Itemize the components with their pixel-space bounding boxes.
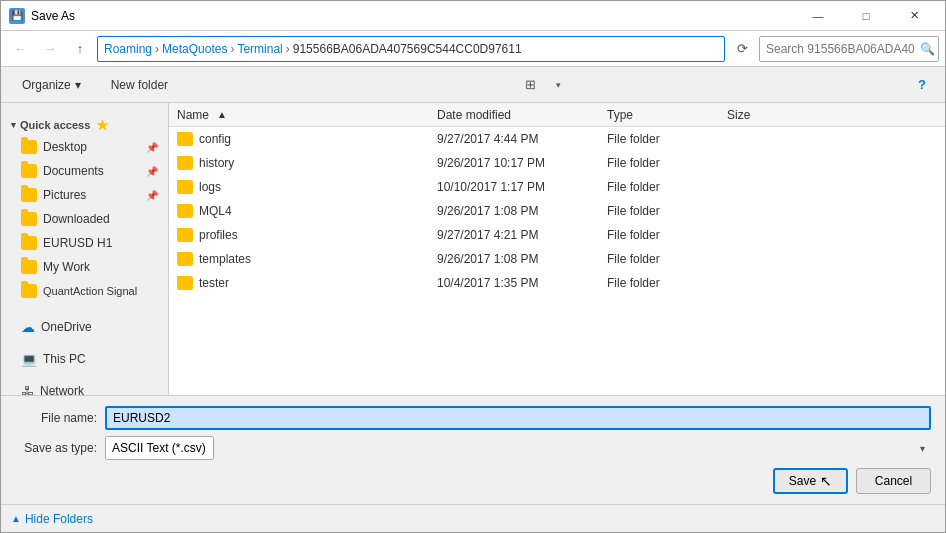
quick-access-chevron: ▾ (11, 120, 16, 130)
sidebar-label-documents: Documents (43, 164, 104, 178)
address-bar: ← → ↑ Roaming › MetaQuotes › Terminal › … (1, 31, 945, 67)
breadcrumb-metaquotes[interactable]: MetaQuotes (162, 42, 227, 56)
sort-indicator: ▲ (217, 109, 227, 120)
file-date-config: 9/27/2017 4:44 PM (429, 132, 599, 146)
organize-button[interactable]: Organize ▾ (11, 72, 92, 98)
sidebar-label-thispc: This PC (43, 352, 86, 366)
search-icon: 🔍 (920, 42, 935, 56)
file-date-mql4: 9/26/2017 1:08 PM (429, 204, 599, 218)
table-row[interactable]: history 9/26/2017 10:17 PM File folder (169, 151, 945, 175)
file-name-profiles: profiles (169, 228, 429, 242)
mywork-icon (21, 260, 37, 274)
cancel-button[interactable]: Cancel (856, 468, 931, 494)
maximize-button[interactable]: □ (843, 1, 889, 31)
sidebar-item-network[interactable]: 🖧 Network (1, 379, 168, 395)
help-button[interactable]: ? (909, 72, 935, 98)
breadcrumb-terminal[interactable]: Terminal (237, 42, 282, 56)
pictures-icon (21, 188, 37, 202)
hide-folders-label: Hide Folders (25, 512, 93, 526)
file-type-tester: File folder (599, 276, 719, 290)
window-title: Save As (31, 9, 795, 23)
search-input[interactable] (759, 36, 939, 62)
view-arrow-button[interactable]: ▾ (545, 72, 571, 98)
folder-icon (177, 180, 193, 194)
file-date-history: 9/26/2017 10:17 PM (429, 156, 599, 170)
cursor-icon: ↖ (820, 473, 832, 489)
file-date-templates: 9/26/2017 1:08 PM (429, 252, 599, 266)
sidebar-item-quantaction[interactable]: QuantAction Signal (1, 279, 168, 303)
filename-row: File name: (15, 406, 931, 430)
sidebar-item-eurusd[interactable]: EURUSD H1 (1, 231, 168, 255)
sidebar-item-mywork[interactable]: My Work (1, 255, 168, 279)
col-header-date[interactable]: Date modified (429, 108, 599, 122)
col-header-name[interactable]: Name ▲ (169, 108, 429, 122)
sidebar-item-documents[interactable]: Documents 📌 (1, 159, 168, 183)
toolbar: Organize ▾ New folder ⊞ ▾ ? (1, 67, 945, 103)
saveas-select[interactable]: ASCII Text (*.csv) (105, 436, 214, 460)
table-row[interactable]: templates 9/26/2017 1:08 PM File folder (169, 247, 945, 271)
quick-access-header: ▾ Quick access ★ (1, 111, 168, 135)
bottom-section: File name: Save as type: ASCII Text (*.c… (1, 395, 945, 504)
desktop-icon (21, 140, 37, 154)
up-button[interactable]: ↑ (67, 36, 93, 62)
saveas-label: Save as type: (15, 441, 105, 455)
table-row[interactable]: MQL4 9/26/2017 1:08 PM File folder (169, 199, 945, 223)
table-row[interactable]: config 9/27/2017 4:44 PM File folder (169, 127, 945, 151)
file-type-templates: File folder (599, 252, 719, 266)
documents-icon (21, 164, 37, 178)
folder-icon (177, 156, 193, 170)
quick-access-label: Quick access (20, 119, 90, 131)
folder-icon (177, 252, 193, 266)
saveas-select-wrap: ASCII Text (*.csv) ▾ (105, 436, 931, 460)
window-icon: 💾 (9, 8, 25, 24)
file-type-logs: File folder (599, 180, 719, 194)
search-wrap: 🔍 (759, 36, 939, 62)
table-row[interactable]: logs 10/10/2017 1:17 PM File folder (169, 175, 945, 199)
close-button[interactable]: ✕ (891, 1, 937, 31)
thispc-icon: 💻 (21, 352, 37, 367)
file-type-history: File folder (599, 156, 719, 170)
filename-label: File name: (15, 411, 105, 425)
breadcrumb[interactable]: Roaming › MetaQuotes › Terminal › 915566… (97, 36, 725, 62)
file-type-profiles: File folder (599, 228, 719, 242)
file-list: config 9/27/2017 4:44 PM File folder his… (169, 127, 945, 395)
table-row[interactable]: profiles 9/27/2017 4:21 PM File folder (169, 223, 945, 247)
main-area: ▾ Quick access ★ Desktop 📌 Documents 📌 P… (1, 103, 945, 395)
col-header-size[interactable]: Size (719, 108, 799, 122)
file-name-history: history (169, 156, 429, 170)
new-folder-label: New folder (111, 78, 168, 92)
sidebar-item-desktop[interactable]: Desktop 📌 (1, 135, 168, 159)
sidebar-item-pictures[interactable]: Pictures 📌 (1, 183, 168, 207)
eurusd-icon (21, 236, 37, 250)
sidebar-item-thispc[interactable]: 💻 This PC (1, 347, 168, 371)
quick-access-icon: ★ (96, 117, 109, 133)
forward-button[interactable]: → (37, 36, 63, 62)
title-bar: 💾 Save As — □ ✕ (1, 1, 945, 31)
breadcrumb-roaming[interactable]: Roaming (104, 42, 152, 56)
refresh-button[interactable]: ⟳ (729, 36, 755, 62)
file-area: Name ▲ Date modified Type Size (169, 103, 945, 395)
minimize-button[interactable]: — (795, 1, 841, 31)
view-button[interactable]: ⊞ (517, 72, 543, 98)
hide-folders-row[interactable]: ▲ Hide Folders (1, 504, 945, 532)
sidebar-item-onedrive[interactable]: ☁ OneDrive (1, 315, 168, 339)
folder-icon (177, 276, 193, 290)
sidebar-label-mywork: My Work (43, 260, 90, 274)
table-row[interactable]: tester 10/4/2017 1:35 PM File folder (169, 271, 945, 295)
save-button[interactable]: Save ↖ (773, 468, 848, 494)
documents-pin: 📌 (146, 166, 158, 177)
filename-input[interactable] (105, 406, 931, 430)
sidebar-item-downloaded[interactable]: Downloaded (1, 207, 168, 231)
file-date-tester: 10/4/2017 1:35 PM (429, 276, 599, 290)
view-icon: ⊞ (525, 77, 536, 92)
downloaded-icon (21, 212, 37, 226)
col-header-type[interactable]: Type (599, 108, 719, 122)
back-button[interactable]: ← (7, 36, 33, 62)
sidebar-label-network: Network (40, 384, 84, 395)
new-folder-button[interactable]: New folder (100, 72, 179, 98)
organize-label: Organize (22, 78, 71, 92)
file-name-logs: logs (169, 180, 429, 194)
folder-icon (177, 132, 193, 146)
breadcrumb-current[interactable]: 915566BA06ADA407569C544CC0D97611 (293, 42, 522, 56)
saveas-row: Save as type: ASCII Text (*.csv) ▾ (15, 436, 931, 460)
